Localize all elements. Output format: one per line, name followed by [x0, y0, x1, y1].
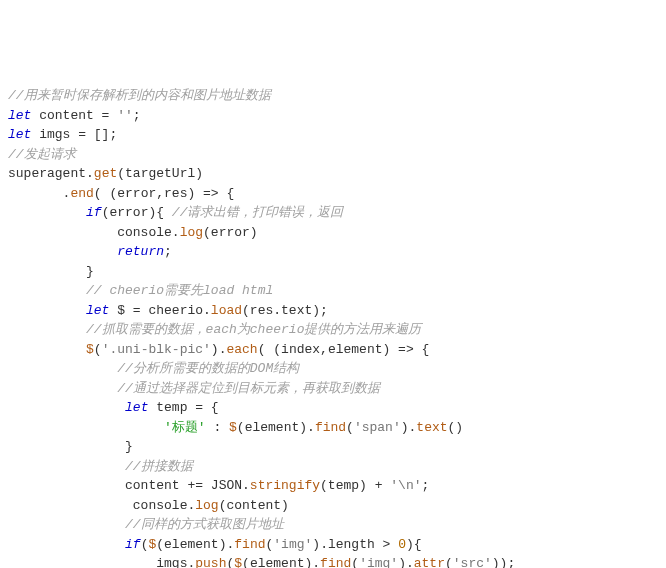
string: '.uni-blk-pic': [102, 342, 211, 357]
method-log: log: [195, 498, 218, 513]
dollar: $: [229, 420, 237, 435]
keyword-if: if: [86, 205, 102, 220]
code-line: //抓取需要的数据，each为cheerio提供的方法用来遍历: [8, 320, 658, 340]
comment: //请求出错，打印错误，返回: [172, 205, 344, 220]
keyword-if: if: [125, 537, 141, 552]
code-line: $('.uni-blk-pic').each( (index,element) …: [8, 340, 658, 360]
comment: //同样的方式获取图片地址: [125, 517, 284, 532]
string-key: '标题': [164, 420, 206, 435]
code-line: let imgs = [];: [8, 125, 658, 145]
code-line: //用来暂时保存解析到的内容和图片地址数据: [8, 86, 658, 106]
method-log: log: [180, 225, 203, 240]
dollar: $: [234, 556, 242, 568]
code-line: console.log(error): [8, 223, 658, 243]
method-each: each: [226, 342, 257, 357]
code-line: let content = '';: [8, 106, 658, 126]
code-line: //通过选择器定位到目标元素，再获取到数据: [8, 379, 658, 399]
method-find: find: [320, 556, 351, 568]
code-line: .end( (error,res) => {: [8, 184, 658, 204]
method-find: find: [234, 537, 265, 552]
method-stringify: stringify: [250, 478, 320, 493]
method-get: get: [94, 166, 117, 181]
keyword-let: let: [8, 127, 31, 142]
comment: //发起请求: [8, 147, 76, 162]
keyword-let: let: [125, 400, 148, 415]
comment: //用来暂时保存解析到的内容和图片地址数据: [8, 88, 271, 103]
code-line: //拼接数据: [8, 457, 658, 477]
code-line: //发起请求: [8, 145, 658, 165]
code-line: '标题' : $(element).find('span').text(): [8, 418, 658, 438]
comment: //分析所需要的数据的DOM结构: [117, 361, 299, 376]
keyword-let: let: [8, 108, 31, 123]
code-line: console.log(content): [8, 496, 658, 516]
code-block: //用来暂时保存解析到的内容和图片地址数据let content = '';le…: [8, 86, 658, 568]
code-line: superagent.get(targetUrl): [8, 164, 658, 184]
code-line: return;: [8, 242, 658, 262]
code-line: // cheerio需要先load html: [8, 281, 658, 301]
method-text: text: [416, 420, 447, 435]
comment: //拼接数据: [125, 459, 193, 474]
code-line: content += JSON.stringify(temp) + '\n';: [8, 476, 658, 496]
code-line: }: [8, 437, 658, 457]
comment: //抓取需要的数据，each为cheerio提供的方法用来遍历: [86, 322, 421, 337]
code-line: //同样的方式获取图片地址: [8, 515, 658, 535]
string: 'span': [354, 420, 401, 435]
string: 'src': [453, 556, 492, 568]
string: 'img': [359, 556, 398, 568]
method-end: end: [70, 186, 93, 201]
comment: // cheerio需要先load html: [86, 283, 273, 298]
keyword-let: let: [86, 303, 109, 318]
code-line: }: [8, 262, 658, 282]
method-find: find: [315, 420, 346, 435]
code-line: let temp = {: [8, 398, 658, 418]
string: '\n': [390, 478, 421, 493]
keyword-return: return: [117, 244, 164, 259]
code-line: if($(element).find('img').length > 0){: [8, 535, 658, 555]
dollar: $: [86, 342, 94, 357]
method-attr: attr: [414, 556, 445, 568]
string: 'img': [273, 537, 312, 552]
code-line: imgs.push($(element).find('img').attr('s…: [8, 554, 658, 568]
method-load: load: [211, 303, 242, 318]
code-line: if(error){ //请求出错，打印错误，返回: [8, 203, 658, 223]
comment: //通过选择器定位到目标元素，再获取到数据: [117, 381, 380, 396]
number: 0: [398, 537, 406, 552]
code-line: //分析所需要的数据的DOM结构: [8, 359, 658, 379]
code-line: let $ = cheerio.load(res.text);: [8, 301, 658, 321]
method-push: push: [195, 556, 226, 568]
